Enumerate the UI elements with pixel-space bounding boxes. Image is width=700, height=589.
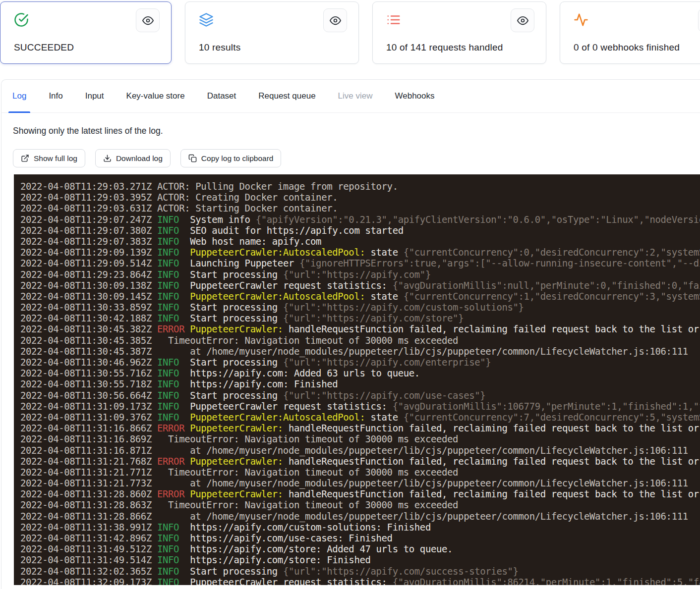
log-timestamp: 2022-04-08T11:32:02.365Z — [20, 566, 152, 577]
log-line: 2022-04-08T11:31:49.512Z INFO https://ap… — [20, 543, 700, 554]
eye-icon — [330, 15, 341, 26]
log-terminal[interactable]: 2022-04-08T11:29:03.271Z ACTOR: Pulling … — [14, 174, 700, 585]
status-card-10-results[interactable]: 10 results — [185, 1, 359, 64]
log-line: 2022-04-08T11:31:09.376Z INFO PuppeteerC… — [20, 412, 700, 423]
log-line: 2022-04-08T11:29:03.271Z ACTOR: Pulling … — [20, 181, 700, 192]
log-line: 2022-04-08T11:30:09.138Z INFO PuppeteerC… — [20, 280, 700, 291]
log-timestamp: 2022-04-08T11:31:28.860Z — [20, 488, 152, 499]
status-card-label: 0 of 0 webhooks finished — [574, 42, 680, 53]
tab-input[interactable]: Input — [81, 80, 108, 112]
tab-dataset[interactable]: Dataset — [203, 80, 240, 112]
copy-log-to-clipboard-button[interactable]: Copy log to clipboard — [180, 149, 282, 167]
download-log-button[interactable]: Download log — [95, 149, 171, 167]
log-timestamp: 2022-04-08T11:30:45.387Z — [20, 346, 152, 357]
show-full-log-button[interactable]: Show full log — [13, 149, 85, 167]
check-circle-icon — [14, 12, 29, 27]
log-timestamp: 2022-04-08T11:31:42.896Z — [20, 533, 152, 543]
log-notice: Showing only the latest lines of the log… — [13, 126, 700, 136]
log-timestamp: 2022-04-08T11:31:16.866Z — [20, 423, 152, 433]
log-timestamp: 2022-04-08T11:29:07.247Z — [20, 214, 152, 225]
log-timestamp: 2022-04-08T11:29:23.864Z — [20, 269, 152, 280]
log-actions-row: Show full logDownload logCopy log to cli… — [13, 149, 700, 167]
log-timestamp: 2022-04-08T11:32:09.173Z — [20, 577, 152, 585]
status-cards-row: SUCCEEDED10 results10 of 141 requests ha… — [0, 0, 700, 64]
status-card-label: 10 of 141 requests handled — [386, 42, 503, 53]
card-eye-button[interactable] — [323, 8, 347, 32]
log-line: 2022-04-08T11:31:49.514Z INFO https://ap… — [20, 554, 700, 565]
log-line: 2022-04-08T11:31:21.771Z TimeoutError: N… — [20, 467, 700, 478]
log-line: 2022-04-08T11:29:07.247Z INFO System inf… — [20, 214, 700, 225]
log-line: 2022-04-08T11:29:03.395Z ACTOR: Creating… — [20, 192, 700, 203]
copy-icon — [188, 154, 197, 162]
eye-icon — [142, 15, 154, 26]
tab-key-value-store[interactable]: Key-value store — [122, 80, 189, 112]
card-eye-button[interactable] — [136, 8, 160, 32]
log-timestamp: 2022-04-08T11:31:16.869Z — [20, 433, 152, 444]
log-line: 2022-04-08T11:30:46.962Z INFO Start proc… — [20, 357, 700, 368]
log-timestamp: 2022-04-08T11:31:09.173Z — [20, 401, 152, 412]
log-timestamp: 2022-04-08T11:31:09.376Z — [20, 412, 152, 423]
log-timestamp: 2022-04-08T11:30:33.859Z — [20, 302, 152, 313]
log-line: 2022-04-08T11:31:16.866Z ERROR Puppeteer… — [20, 423, 700, 433]
log-timestamp: 2022-04-08T11:30:45.382Z — [20, 323, 152, 334]
log-line: 2022-04-08T11:30:55.716Z INFO https://ap… — [20, 368, 700, 378]
status-card-label: 10 results — [199, 42, 240, 53]
eye-icon — [517, 15, 528, 26]
log-timestamp: 2022-04-08T11:31:16.871Z — [20, 445, 152, 456]
run-detail-panel: LogInfoInputKey-value storeDatasetReques… — [1, 79, 700, 589]
log-timestamp: 2022-04-08T11:29:09.514Z — [20, 258, 152, 268]
log-timestamp: 2022-04-08T11:31:49.514Z — [20, 554, 152, 565]
log-timestamp: 2022-04-08T11:30:56.664Z — [20, 390, 152, 401]
log-timestamp: 2022-04-08T11:30:55.718Z — [20, 378, 152, 389]
status-card-0-of-0-webhooks-finished[interactable]: 0 of 0 webhooks finished — [560, 1, 700, 64]
log-timestamp: 2022-04-08T11:30:55.716Z — [20, 368, 152, 378]
log-timestamp: 2022-04-08T11:31:21.773Z — [20, 478, 152, 488]
log-line: 2022-04-08T11:30:55.718Z INFO https://ap… — [20, 378, 700, 389]
card-eye-button[interactable] — [511, 8, 534, 32]
log-timestamp: 2022-04-08T11:31:21.771Z — [20, 467, 152, 478]
log-line: 2022-04-08T11:31:16.871Z at /home/myuser… — [20, 445, 700, 456]
log-line: 2022-04-08T11:30:56.664Z INFO Start proc… — [20, 390, 700, 401]
log-line: 2022-04-08T11:31:28.860Z ERROR Puppeteer… — [20, 488, 700, 499]
log-line: 2022-04-08T11:30:09.145Z INFO PuppeteerC… — [20, 291, 700, 302]
log-timestamp: 2022-04-08T11:31:21.768Z — [20, 456, 152, 467]
log-timestamp: 2022-04-08T11:30:45.385Z — [20, 335, 152, 346]
tab-webhooks[interactable]: Webhooks — [391, 80, 439, 112]
log-line: 2022-04-08T11:30:45.385Z TimeoutError: N… — [20, 335, 700, 346]
log-timestamp: 2022-04-08T11:29:09.139Z — [20, 247, 152, 258]
log-line: 2022-04-08T11:29:07.380Z INFO SEO audit … — [20, 225, 700, 236]
status-card-label: SUCCEEDED — [14, 42, 74, 53]
layers-icon — [199, 12, 214, 27]
log-line: 2022-04-08T11:31:38.991Z INFO https://ap… — [20, 522, 700, 533]
tab-log[interactable]: Log — [8, 80, 30, 112]
status-card-succeeded[interactable]: SUCCEEDED — [0, 1, 172, 64]
log-line: 2022-04-08T11:32:02.365Z INFO Start proc… — [20, 566, 700, 577]
status-card-10-of-141-requests-handled[interactable]: 10 of 141 requests handled — [372, 1, 546, 64]
tab-bar: LogInfoInputKey-value storeDatasetReques… — [1, 80, 700, 113]
button-label: Download log — [116, 154, 163, 163]
log-timestamp: 2022-04-08T11:30:09.138Z — [20, 280, 152, 291]
log-line: 2022-04-08T11:30:42.188Z INFO Start proc… — [20, 313, 700, 323]
log-timestamp: 2022-04-08T11:30:09.145Z — [20, 291, 152, 302]
log-timestamp: 2022-04-08T11:29:03.631Z — [20, 203, 152, 214]
tab-info[interactable]: Info — [45, 80, 66, 112]
activity-icon — [574, 12, 588, 27]
log-line: 2022-04-08T11:32:09.173Z INFO PuppeteerC… — [20, 577, 700, 585]
log-line: 2022-04-08T11:31:09.173Z INFO PuppeteerC… — [20, 401, 700, 412]
log-line: 2022-04-08T11:31:21.773Z at /home/myuser… — [20, 478, 700, 488]
log-timestamp: 2022-04-08T11:29:03.271Z — [20, 181, 152, 192]
button-label: Copy log to clipboard — [201, 154, 274, 163]
log-line: 2022-04-08T11:29:07.383Z INFO Web host n… — [20, 236, 700, 247]
log-line: 2022-04-08T11:29:09.139Z INFO PuppeteerC… — [20, 247, 700, 258]
tab-request-queue[interactable]: Request queue — [254, 80, 319, 112]
card-eye-button[interactable] — [698, 8, 700, 32]
log-timestamp: 2022-04-08T11:30:42.188Z — [20, 313, 152, 323]
log-line: 2022-04-08T11:30:45.387Z at /home/myuser… — [20, 346, 700, 357]
log-line: 2022-04-08T11:29:09.514Z INFO Launching … — [20, 258, 700, 268]
log-line: 2022-04-08T11:31:16.869Z TimeoutError: N… — [20, 433, 700, 444]
log-timestamp: 2022-04-08T11:29:07.383Z — [20, 236, 152, 247]
log-line: 2022-04-08T11:31:42.896Z INFO https://ap… — [20, 533, 700, 543]
log-line: 2022-04-08T11:31:28.866Z at /home/myuser… — [20, 511, 700, 522]
log-timestamp: 2022-04-08T11:31:28.866Z — [20, 511, 152, 522]
log-line: 2022-04-08T11:29:23.864Z INFO Start proc… — [20, 269, 700, 280]
